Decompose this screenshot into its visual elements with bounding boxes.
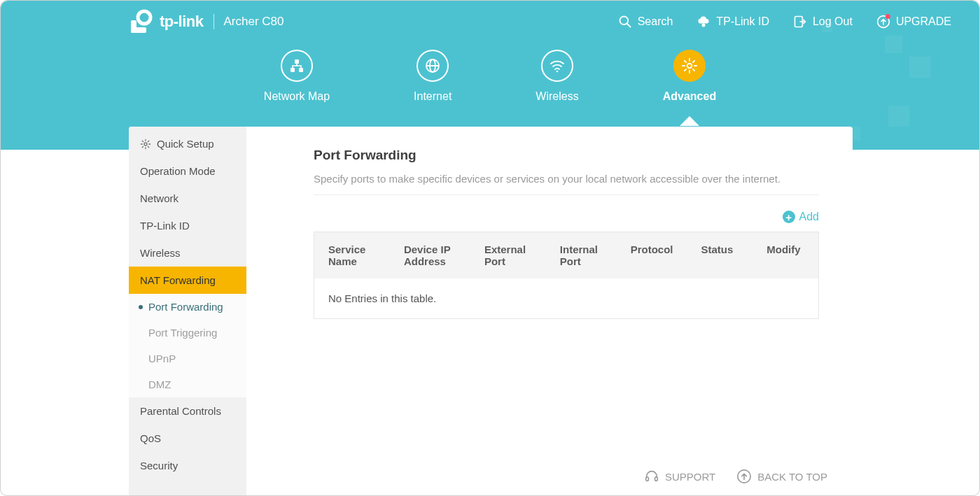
arrow-up-circle-icon [736, 469, 752, 484]
top-links: Search TP-Link ID Log Out UPGRADE [618, 15, 951, 29]
tab-label: Advanced [663, 90, 716, 103]
back-to-top-label: BACK TO TOP [757, 471, 827, 483]
svg-rect-18 [655, 477, 658, 481]
sidebar-item-label: TP-Link ID [140, 220, 190, 232]
tplink-id-link[interactable]: TP-Link ID [696, 15, 769, 29]
sidebar-item-quick-setup[interactable]: Quick Setup [129, 127, 246, 157]
sidebar-item-operation-mode[interactable]: Operation Mode [129, 157, 246, 185]
sidebar-item-tplink-id[interactable]: TP-Link ID [129, 212, 246, 239]
sidebar-item-security[interactable]: Security [129, 452, 246, 479]
brand-name: tp-link [160, 13, 204, 31]
sidebar-item-label: NAT Forwarding [140, 274, 216, 286]
search-label: Search [638, 15, 673, 28]
sidebar-item-parental-controls[interactable]: Parental Controls [129, 397, 246, 425]
sidebar: Quick Setup Operation Mode Network TP-Li… [129, 127, 246, 495]
back-to-top-link[interactable]: BACK TO TOP [736, 469, 827, 484]
svg-rect-2 [131, 27, 146, 33]
search-link[interactable]: Search [618, 15, 673, 29]
sidebar-item-network[interactable]: Network [129, 185, 246, 212]
sidebar-item-wireless[interactable]: Wireless [129, 239, 246, 267]
sidebar-item-label: Security [140, 460, 178, 472]
gear-icon [140, 139, 151, 150]
upgrade-label: UPGRADE [896, 15, 951, 28]
sidebar-item-nat-forwarding[interactable]: NAT Forwarding [129, 267, 246, 294]
top-bar: tp-link Archer C80 Search TP-Link ID Log… [1, 1, 979, 43]
th-service-name: Service Name [314, 232, 390, 278]
tab-advanced[interactable]: Advanced [663, 50, 716, 103]
table-header-row: Service Name Device IP Address External … [314, 232, 818, 278]
sidebar-sub-port-triggering[interactable]: Port Triggering [129, 320, 246, 346]
main-panel: Quick Setup Operation Mode Network TP-Li… [129, 127, 853, 495]
search-icon [618, 15, 632, 29]
tplink-logo-icon [129, 9, 153, 34]
th-device-ip: Device IP Address [390, 232, 470, 278]
upgrade-notification-dot [886, 14, 890, 19]
svg-line-4 [626, 24, 630, 27]
tplink-id-label: TP-Link ID [716, 15, 769, 28]
sidebar-sub-label: Port Triggering [148, 327, 217, 339]
th-modify: Modify [752, 232, 818, 278]
add-button[interactable]: + Add [783, 211, 819, 223]
port-forwarding-table: Service Name Device IP Address External … [314, 232, 819, 319]
content-area: Port Forwarding Specify ports to make sp… [246, 127, 853, 495]
tab-network-map[interactable]: Network Map [264, 50, 330, 103]
sidebar-sub-label: UPnP [148, 353, 176, 364]
sidebar-item-label: Parental Controls [140, 405, 221, 417]
sidebar-item-qos[interactable]: QoS [129, 425, 246, 452]
table-empty-text: No Entries in this table. [314, 278, 818, 318]
svg-rect-17 [646, 477, 649, 481]
sidebar-sub-label: DMZ [148, 378, 172, 390]
sidebar-item-label: Quick Setup [157, 138, 214, 150]
sidebar-sub-label: Port Forwarding [148, 301, 223, 313]
tab-label: Wireless [536, 90, 578, 103]
page-title: Port Forwarding [314, 148, 819, 163]
headset-icon [644, 469, 659, 484]
tab-wireless[interactable]: Wireless [536, 50, 578, 103]
wifi-icon [549, 57, 566, 74]
support-label: SUPPORT [665, 471, 715, 483]
brand-divider [214, 14, 214, 29]
upgrade-link[interactable]: UPGRADE [876, 15, 951, 29]
sidebar-sublist: Port Forwarding Port Triggering UPnP DMZ [129, 294, 246, 397]
brand-logo: tp-link Archer C80 [129, 9, 284, 34]
svg-rect-9 [290, 68, 295, 72]
model-name: Archer C80 [224, 15, 284, 29]
network-map-icon [288, 57, 305, 74]
tab-label: Internet [414, 90, 451, 103]
support-link[interactable]: SUPPORT [644, 469, 715, 484]
svg-rect-8 [295, 59, 299, 64]
footer-actions: SUPPORT BACK TO TOP [644, 469, 827, 484]
svg-point-14 [556, 71, 559, 73]
th-external-port: External Port [470, 232, 546, 278]
logout-link[interactable]: Log Out [793, 15, 853, 29]
cloud-user-icon [696, 15, 710, 29]
th-protocol: Protocol [617, 232, 687, 278]
plus-icon: + [783, 211, 795, 223]
svg-point-16 [144, 143, 147, 146]
th-status: Status [687, 232, 753, 278]
logout-icon [793, 15, 807, 29]
nav-tabs: Network Map Internet Wireless Advanced [1, 43, 979, 103]
sidebar-sub-port-forwarding[interactable]: Port Forwarding [129, 294, 246, 320]
sidebar-sub-dmz[interactable]: DMZ [129, 371, 246, 397]
add-row: + Add [314, 211, 819, 223]
th-internal-port: Internal Port [546, 232, 617, 278]
sidebar-item-label: Wireless [140, 247, 181, 259]
globe-icon [424, 57, 441, 74]
svg-rect-10 [299, 68, 303, 72]
sidebar-item-label: QoS [140, 432, 161, 444]
svg-point-15 [687, 64, 692, 68]
active-tab-pointer [680, 116, 699, 126]
logout-label: Log Out [813, 15, 853, 28]
svg-point-0 [138, 11, 150, 24]
add-label: Add [799, 211, 819, 223]
sidebar-item-label: Operation Mode [140, 165, 216, 177]
svg-point-5 [702, 24, 706, 27]
gear-icon [681, 57, 698, 74]
sidebar-item-label: Network [140, 192, 178, 204]
tab-label: Network Map [264, 90, 330, 103]
tab-internet[interactable]: Internet [414, 50, 451, 103]
sidebar-sub-upnp[interactable]: UPnP [129, 346, 246, 371]
page-description: Specify ports to make specific devices o… [314, 173, 819, 195]
